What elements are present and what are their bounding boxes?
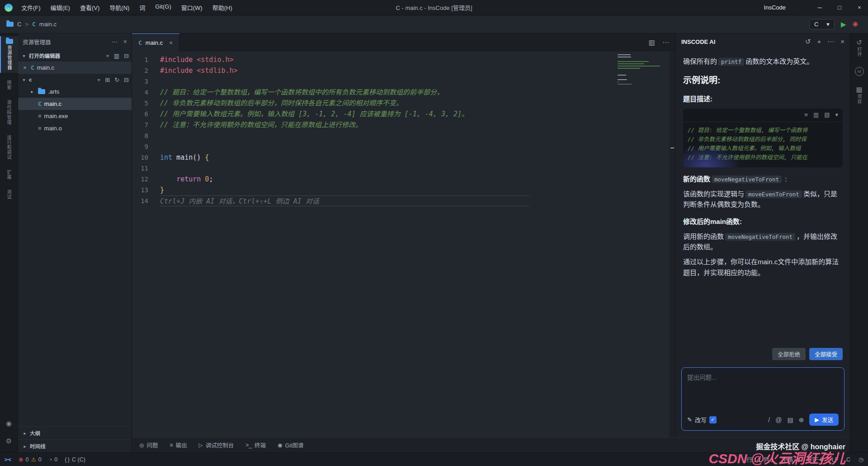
collapse-icon[interactable]: ▾ (835, 110, 838, 119)
clock-icon: ◔ (49, 456, 52, 463)
menu-item[interactable]: 编辑(E) (47, 2, 74, 13)
ai-content[interactable]: 确保所有的printf函数的文本改为英文。示例说明:题目描述:≡▥▤▾// 题目… (676, 50, 850, 342)
activity-item[interactable]: 测试 (0, 187, 18, 202)
panel-tab[interactable]: >_终端 (245, 441, 266, 449)
section-action-icon[interactable]: ▥ (114, 52, 119, 59)
breadcrumb-file[interactable]: main.c (39, 21, 57, 28)
breadcrumb[interactable]: C > C main.c (6, 21, 57, 28)
ports-status[interactable]: ◔ 0 (49, 456, 58, 463)
panel-header-icon[interactable]: + (817, 38, 821, 46)
accept-all-button[interactable]: 全部接受 (809, 348, 843, 360)
more-icon[interactable]: ⋯ (112, 38, 118, 45)
section-action-icon[interactable]: ⊞ (105, 76, 110, 83)
send-icon: ▶ (815, 416, 819, 423)
close-icon[interactable]: × (123, 38, 127, 45)
activity-item[interactable]: AI (850, 64, 868, 79)
main-area: 资源管理器搜索源代码管理运行和调试扩展测试 ◉⚙ 资源管理器 ⋯ × ▾ 打开的… (0, 33, 868, 452)
menu-item[interactable]: Git(G) (151, 2, 175, 13)
reject-all-button[interactable]: 全部拒绝 (772, 348, 806, 360)
close-icon[interactable]: × (22, 64, 28, 71)
line-text (160, 130, 675, 141)
inline-chat-hint: Ctrl+J 内嵌 AI 对话，Ctrl+⇧+L 侧边 AI 对话 (160, 195, 529, 206)
file-row[interactable]: ▸.arts (18, 86, 132, 98)
problems-status[interactable]: ⊗ 0 ⚠ 0 (19, 456, 42, 463)
activity-item[interactable]: 搜索 (0, 77, 18, 93)
close-button[interactable]: × (855, 4, 863, 11)
bell-icon[interactable]: ◷ (859, 456, 863, 463)
menu-item[interactable]: 导航(N) (105, 2, 133, 13)
insert-icon[interactable]: ▤ (824, 110, 830, 119)
menu-item[interactable]: 词 (135, 2, 149, 13)
send-button[interactable]: ▶ 发送 (809, 414, 839, 426)
panel-tab[interactable]: ◎问题 (139, 441, 158, 449)
maximize-button[interactable]: □ (835, 4, 844, 11)
outline-section[interactable]: ▸ 大纲 (18, 426, 132, 439)
run-config-select[interactable]: C ▾ (809, 19, 835, 29)
activity-item-账户[interactable]: ◉ (0, 417, 18, 429)
status-item[interactable]: C (846, 456, 850, 463)
rewrite-checkbox[interactable]: ✓ (709, 416, 717, 423)
open-editors-header[interactable]: ▾ 打开的编辑器 +▥⊟ (18, 50, 132, 62)
activity-item[interactable]: 资源管理器 (0, 36, 18, 73)
section-action-icon[interactable]: + (97, 76, 101, 83)
diff-icon[interactable]: ≡ (804, 110, 808, 119)
rewrite-toggle[interactable]: ✎ 改写 ✓ (687, 415, 717, 424)
file-row[interactable]: ≡main.o (18, 122, 132, 134)
status-item[interactable]: LF (831, 456, 838, 463)
status-item[interactable]: 行 14, 列 1 (746, 455, 774, 464)
token: <stdio.h> (197, 56, 233, 64)
activity-item-管理[interactable]: ⚙ (0, 435, 18, 447)
menu-item[interactable]: 窗口(W) (177, 2, 207, 13)
library-icon[interactable]: ▤ (787, 416, 793, 423)
split-editor-icon[interactable]: ▥ (649, 38, 655, 47)
slash-command-icon[interactable]: / (768, 416, 770, 423)
panel-tab[interactable]: ◉Git图谱 (278, 441, 303, 449)
mention-icon[interactable]: @ (775, 416, 782, 423)
tab-close-icon[interactable]: × (169, 39, 173, 46)
minimize-button[interactable]: ─ (816, 4, 824, 11)
run-button[interactable]: ▶ (841, 20, 846, 29)
menu-item[interactable]: 文件(F) (17, 2, 45, 13)
status-item[interactable]: 空格: 4 (782, 455, 799, 464)
code-area[interactable]: 1#include <stdio.h>2#include <stdlib.h>3… (132, 52, 675, 437)
line-text: // 非负数元素移动到数组的后半部分，同时保持各自元素之间的相对顺序不变。 (160, 98, 675, 109)
folder-section-header[interactable]: ▾ c +⊞↻⊟ (18, 74, 132, 86)
activity-item[interactable]: 源代码管理 (0, 97, 18, 128)
panel-tab[interactable]: ▷调试控制台 (199, 441, 234, 449)
token: // 用户需要输入数组元素。例如，输入数组 [3, -1, 2, -4] 应该被… (160, 110, 468, 118)
debug-button[interactable]: ❋ (852, 20, 858, 29)
copy-icon[interactable]: ▥ (813, 110, 819, 119)
remote-indicator[interactable]: >< (5, 456, 11, 463)
ai-paragraph: 新的函数moveNegativeToFront : (683, 174, 843, 184)
activity-item[interactable]: ▦项目 (850, 83, 868, 107)
section-action-icon[interactable]: ↻ (114, 76, 119, 83)
file-row[interactable]: ≡main.exe (18, 110, 132, 122)
file-row[interactable]: Cmain.c (18, 98, 132, 110)
section-action-icon[interactable]: ⊟ (124, 76, 129, 83)
menu-item[interactable]: 帮助(H) (208, 2, 236, 13)
panel-header-icon[interactable]: ↺ (805, 38, 811, 46)
panel-header-icon[interactable]: ⋯ (827, 38, 834, 46)
language-status[interactable]: { } C (C) (65, 456, 85, 463)
panel-tab[interactable]: ≡输出 (170, 441, 187, 449)
section-action-icon[interactable]: + (106, 52, 109, 59)
breadcrumb-root[interactable]: C (17, 21, 21, 28)
attach-icon[interactable]: ⊕ (799, 416, 804, 423)
open-editors-list: ×Cmain.c (18, 62, 132, 74)
more-icon[interactable]: ⋯ (662, 38, 669, 47)
status-item[interactable]: UTF-8 (807, 456, 823, 463)
tab-main-c[interactable]: C main.c × (132, 33, 179, 52)
activity-label: 源代码管理 (6, 100, 11, 125)
minimap[interactable] (618, 54, 668, 85)
overview-ruler[interactable] (669, 52, 675, 437)
ai-question-input[interactable] (687, 372, 839, 414)
activity-item[interactable]: ↺打开 (850, 36, 868, 60)
activity-item[interactable]: 扩展 (0, 167, 18, 182)
text-run: 新的函数 (683, 175, 710, 183)
activity-item[interactable]: 运行和调试 (0, 132, 18, 162)
panel-header-icon[interactable]: × (840, 38, 844, 46)
open-editor-row[interactable]: ×Cmain.c (18, 62, 132, 74)
timeline-section[interactable]: ▸ 时间线 (18, 439, 132, 452)
section-action-icon[interactable]: ⊟ (124, 52, 129, 59)
menu-item[interactable]: 查看(V) (76, 2, 104, 13)
